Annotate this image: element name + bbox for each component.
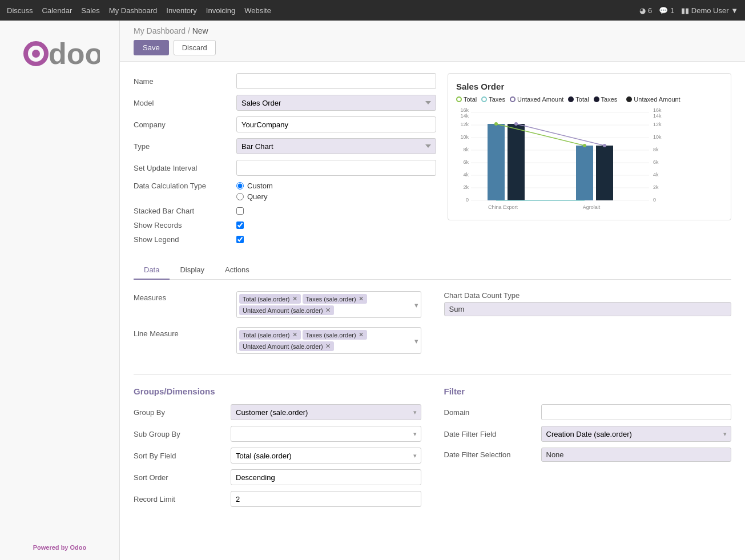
group-by-select[interactable]: Customer (sale.order)	[231, 404, 421, 420]
save-button[interactable]: Save	[134, 40, 169, 55]
show-legend-checkbox[interactable]	[236, 236, 244, 243]
update-interval-label: Set Update Interval	[134, 164, 236, 172]
legend-untaxed-ring-label: Untaxed Amount	[517, 96, 563, 103]
logo[interactable]: doo	[20, 32, 100, 68]
svg-text:8k: 8k	[463, 147, 469, 152]
dot-china-untaxed	[514, 122, 518, 126]
discard-button[interactable]: Discard	[174, 40, 216, 55]
svg-text:14k: 14k	[460, 113, 469, 119]
svg-text:China Export: China Export	[488, 204, 518, 210]
radio-query-input[interactable]	[236, 193, 244, 200]
domain-row: Domain	[444, 404, 732, 420]
tag-lm-taxes-remove[interactable]: ✕	[359, 331, 364, 339]
name-input[interactable]	[236, 73, 436, 89]
show-records-checkbox[interactable]	[236, 221, 244, 229]
tag-lm-untaxed-remove[interactable]: ✕	[325, 343, 331, 350]
messages-icon[interactable]: 💬 1	[659, 6, 674, 15]
measures-label: Measures	[134, 291, 236, 302]
filter-section: Filter Domain Date Filter Field Creation…	[444, 386, 732, 513]
tab-actions[interactable]: Actions	[215, 261, 260, 280]
legend-total-ring-icon	[456, 96, 462, 102]
type-select[interactable]: Bar Chart	[236, 138, 436, 154]
dot-agro-untaxed	[603, 144, 606, 147]
show-legend-row: Show Legend	[134, 235, 436, 244]
main-content: My Dashboard / New Save Discard Name Mod…	[120, 21, 745, 560]
legend-taxes-dot-label: Taxes	[601, 96, 618, 103]
top-nav: Discuss Calendar Sales My Dashboard Inve…	[0, 0, 745, 21]
measures-row: Measures Total (sale.order) ✕ Taxes (sal…	[134, 291, 421, 318]
chart-count-label: Chart Data Count Type	[444, 291, 520, 300]
type-row: Type Bar Chart	[134, 138, 436, 154]
tab-data[interactable]: Data	[134, 261, 170, 280]
sort-by-field-select[interactable]: Total (sale.order)	[231, 448, 421, 464]
svg-text:Agrolait: Agrolait	[583, 204, 601, 210]
legend-total-dot: Total	[568, 96, 589, 103]
measures-control: Total (sale.order) ✕ Taxes (sale.order) …	[236, 291, 421, 318]
radio-custom-label: Custom	[247, 182, 273, 190]
type-label: Type	[134, 142, 236, 151]
user-menu[interactable]: ▮▮ Demo User ▼	[681, 6, 738, 15]
tag-total-sale-order: Total (sale.order) ✕	[239, 294, 301, 304]
chart-legend: Total Taxes Untaxed Amount Total	[456, 96, 723, 103]
nav-my-dashboard[interactable]: My Dashboard	[109, 6, 158, 15]
company-select[interactable]: YourCompany	[236, 116, 436, 132]
radio-custom-input[interactable]	[236, 182, 244, 190]
measures-dropdown-arrow[interactable]: ▾	[414, 300, 418, 309]
breadcrumb-parent[interactable]: My Dashboard	[134, 26, 186, 35]
sub-group-by-row: Sub Group By	[134, 426, 421, 442]
stacked-bar-label: Stacked Bar Chart	[134, 207, 236, 215]
tag-lm-taxes: Taxes (sale.order) ✕	[303, 330, 367, 340]
chart-count-value: Sum	[444, 302, 732, 316]
sub-group-by-select[interactable]	[231, 426, 421, 442]
line-measure-label: Line Measure	[134, 327, 236, 338]
nav-invoicing[interactable]: Invoicing	[206, 6, 235, 15]
chart-preview-section: Sales Order Total Taxes Untaxed Amoun	[448, 73, 731, 249]
nav-sales[interactable]: Sales	[81, 6, 100, 15]
measures-tag-input[interactable]: Total (sale.order) ✕ Taxes (sale.order) …	[236, 291, 421, 318]
group-by-label: Group By	[134, 408, 231, 417]
notifications-icon[interactable]: ◕ 6	[639, 6, 652, 15]
dot-china-total	[494, 122, 498, 126]
stacked-bar-row: Stacked Bar Chart	[134, 207, 436, 215]
date-filter-selection-row: Date Filter Selection None	[444, 448, 732, 462]
svg-text:16k: 16k	[460, 107, 469, 113]
nav-website[interactable]: Website	[244, 6, 271, 15]
sort-order-input[interactable]	[231, 469, 421, 485]
date-filter-field-control: Creation Date (sale.order)	[541, 426, 732, 442]
update-interval-row: Set Update Interval	[134, 160, 436, 176]
legend-untaxed-dot-icon	[626, 96, 632, 102]
svg-text:10k: 10k	[653, 134, 662, 140]
tag-untaxed-remove[interactable]: ✕	[325, 307, 331, 314]
model-select[interactable]: Sales Order	[236, 95, 436, 111]
tag-lm-total-remove[interactable]: ✕	[292, 331, 297, 339]
record-limit-input[interactable]	[231, 491, 421, 507]
stacked-bar-checkbox[interactable]	[236, 207, 244, 215]
nav-calendar[interactable]: Calendar	[42, 6, 73, 15]
form-left: Name Model Sales Order Company Yo	[134, 73, 436, 249]
breadcrumb: My Dashboard / New	[134, 26, 731, 35]
nav-discuss[interactable]: Discuss	[7, 6, 33, 15]
nav-inventory[interactable]: Inventory	[166, 6, 196, 15]
update-interval-input[interactable]	[236, 160, 436, 176]
svg-text:16k: 16k	[653, 107, 662, 113]
breadcrumb-current: New	[192, 26, 208, 35]
svg-text:doo: doo	[49, 37, 100, 66]
date-filter-field-select[interactable]: Creation Date (sale.order)	[541, 426, 732, 442]
bar-agro-total	[576, 146, 593, 200]
nav-right: ◕ 6 💬 1 ▮▮ Demo User ▼	[639, 6, 738, 15]
tab-display[interactable]: Display	[170, 261, 215, 280]
date-filter-selection-value: None	[541, 448, 732, 462]
line-measure-tag-input[interactable]: Total (sale.order) ✕ Taxes (sale.order) …	[236, 327, 421, 354]
tag-taxes-remove[interactable]: ✕	[359, 295, 364, 303]
line-measure-dropdown-arrow[interactable]: ▾	[414, 336, 418, 345]
svg-text:6k: 6k	[653, 159, 659, 165]
tag-taxes-sale-order: Taxes (sale.order) ✕	[303, 294, 367, 304]
svg-point-1	[32, 50, 40, 58]
tab-content-data: Measures Total (sale.order) ✕ Taxes (sal…	[120, 280, 745, 374]
show-records-label: Show Records	[134, 221, 236, 229]
company-row: Company YourCompany	[134, 116, 436, 132]
form-area: Name Model Sales Order Company Yo	[120, 62, 745, 261]
tag-total-remove[interactable]: ✕	[292, 295, 297, 303]
domain-input[interactable]	[541, 404, 732, 420]
svg-text:2k: 2k	[463, 184, 469, 190]
